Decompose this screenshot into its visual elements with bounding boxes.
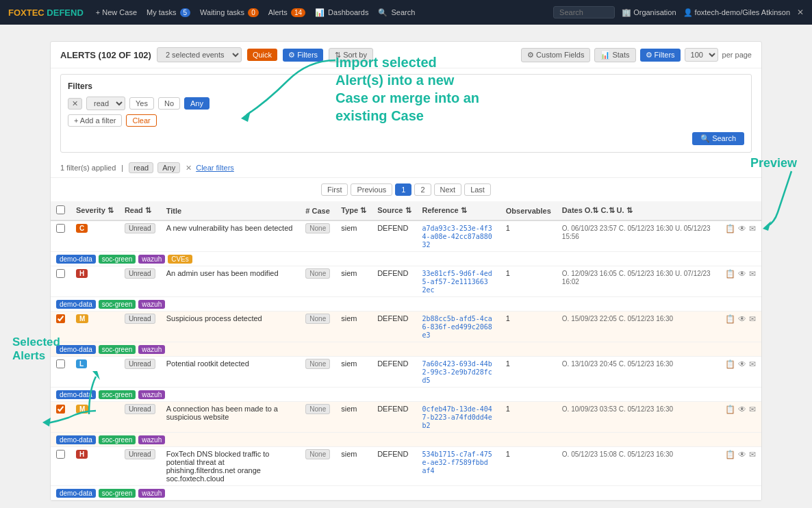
tags-row: demo-datasoc-greenwazuh: [51, 433, 761, 447]
tag-badge[interactable]: demo-data: [56, 390, 96, 399]
per-page-select[interactable]: 100: [685, 48, 718, 62]
alerts-nav[interactable]: Alerts 14: [268, 8, 305, 16]
active-filters-button[interactable]: ⚙ Filters: [640, 49, 681, 62]
user-label[interactable]: 👤 foxtech-demo/Giles Atkinson: [683, 8, 790, 17]
tag-badge[interactable]: wazuh: [138, 345, 165, 354]
case-header[interactable]: # Case: [300, 201, 335, 220]
case-badge: None: [305, 359, 330, 369]
edit-icon[interactable]: 📋: [725, 405, 735, 414]
row-checkbox[interactable]: [56, 450, 65, 459]
case-cell: None: [300, 266, 335, 297]
filter-remove-button[interactable]: ✕: [68, 98, 82, 110]
select-all-header[interactable]: [51, 201, 71, 220]
tag-badge[interactable]: soc-green: [99, 345, 136, 354]
tag-badge[interactable]: wazuh: [138, 255, 165, 264]
row-checkbox[interactable]: [56, 314, 65, 323]
search-nav[interactable]: 🔍 Search: [378, 8, 415, 17]
mail-icon[interactable]: ✉: [749, 405, 756, 414]
case-cell: None: [300, 357, 335, 388]
view-icon[interactable]: 👁: [738, 405, 746, 414]
filter-yes-button[interactable]: Yes: [129, 97, 154, 110]
select-all-checkbox[interactable]: [56, 205, 65, 214]
mail-icon[interactable]: ✉: [749, 269, 756, 279]
row-checkbox-cell[interactable]: [51, 220, 71, 252]
dates-header[interactable]: Dates O.⇅ C.⇅ U. ⇅: [557, 201, 720, 220]
last-page-button[interactable]: Last: [464, 183, 491, 196]
read-header[interactable]: Read ⇅: [119, 201, 161, 220]
row-checkbox-cell[interactable]: [51, 402, 71, 433]
clear-filter-button[interactable]: Clear: [126, 114, 156, 127]
view-icon[interactable]: 👁: [738, 359, 746, 369]
mail-icon[interactable]: ✉: [749, 450, 756, 459]
row-checkbox[interactable]: [56, 269, 65, 278]
filters-button[interactable]: ⚙ Filters: [283, 49, 323, 62]
tag-badge[interactable]: demo-data: [56, 255, 96, 264]
edit-icon[interactable]: 📋: [725, 269, 735, 279]
tag-badge[interactable]: wazuh: [138, 489, 165, 498]
tag-badge[interactable]: soc-green: [99, 255, 136, 264]
read-cell: Unread: [119, 402, 161, 433]
edit-icon[interactable]: 📋: [725, 314, 735, 324]
tag-badge[interactable]: soc-green: [99, 390, 136, 399]
page-2-button[interactable]: 2: [414, 183, 431, 196]
tag-badge[interactable]: demo-data: [56, 489, 96, 498]
waiting-tasks-nav[interactable]: Waiting tasks 0: [200, 8, 259, 16]
top-search-input[interactable]: [553, 6, 615, 18]
edit-icon[interactable]: 📋: [725, 359, 735, 369]
row-checkbox-cell[interactable]: [51, 266, 71, 297]
filter-value-select[interactable]: read: [86, 97, 125, 110]
tag-badge[interactable]: demo-data: [56, 435, 96, 444]
title-header[interactable]: Title: [161, 201, 301, 220]
edit-icon[interactable]: 📋: [725, 450, 735, 459]
unread-badge: Unread: [125, 359, 155, 369]
tags-row: demo-datasoc-greenwazuh: [51, 342, 761, 357]
first-page-button[interactable]: First: [321, 183, 348, 196]
previous-page-button[interactable]: Previous: [351, 183, 392, 196]
view-icon[interactable]: 👁: [738, 224, 746, 233]
mail-icon[interactable]: ✉: [749, 359, 756, 369]
custom-fields-button[interactable]: ⚙ Custom Fields: [521, 48, 590, 62]
organisation-label[interactable]: 🏢 Organisation: [622, 8, 676, 17]
edit-icon[interactable]: 📋: [725, 224, 735, 233]
row-checkbox[interactable]: [56, 405, 65, 414]
tags-row: demo-datasoc-greenwazuhCVEs: [51, 252, 761, 266]
severity-header[interactable]: Severity ⇅: [71, 201, 119, 220]
tag-badge[interactable]: demo-data: [56, 300, 96, 309]
dashboards-nav[interactable]: 📊 Dashboards: [315, 8, 368, 17]
tag-badge[interactable]: soc-green: [99, 435, 136, 444]
severity-badge: L: [76, 359, 87, 368]
view-icon[interactable]: 👁: [738, 450, 746, 459]
quick-button[interactable]: Quick: [247, 49, 277, 61]
tag-badge[interactable]: wazuh: [138, 390, 165, 399]
row-checkbox-cell[interactable]: [51, 447, 71, 486]
tag-badge[interactable]: CVEs: [168, 255, 192, 264]
reference-header[interactable]: Reference ⇅: [417, 201, 500, 220]
tag-badge[interactable]: soc-green: [99, 300, 136, 309]
tag-badge[interactable]: wazuh: [138, 435, 165, 444]
tag-badge[interactable]: demo-data: [56, 345, 96, 354]
source-header[interactable]: Source ⇅: [372, 201, 416, 220]
new-case-nav[interactable]: + New Case: [96, 8, 137, 16]
row-checkbox[interactable]: [56, 224, 65, 233]
type-header[interactable]: Type ⇅: [335, 201, 372, 220]
add-filter-button[interactable]: + Add a filter: [68, 114, 122, 127]
page-1-button[interactable]: 1: [395, 183, 411, 196]
mail-icon[interactable]: ✉: [749, 314, 756, 324]
date-text: O. 15/09/23 22:05 C. 05/12/23 16:30: [562, 315, 673, 322]
clear-filters-link[interactable]: Clear filters: [196, 164, 234, 172]
search-button[interactable]: 🔍 Search: [692, 132, 744, 145]
view-icon[interactable]: 👁: [738, 269, 746, 279]
stats-button[interactable]: 📊 Stats: [594, 48, 635, 62]
tag-badge[interactable]: wazuh: [138, 300, 165, 309]
filter-tag-remove[interactable]: ✕: [186, 164, 192, 173]
filter-any-button[interactable]: Any: [184, 97, 210, 110]
events-dropdown[interactable]: 2 selected events: [157, 47, 242, 62]
tag-badge[interactable]: soc-green: [99, 489, 136, 498]
type-cell: siem: [335, 312, 372, 342]
mail-icon[interactable]: ✉: [749, 224, 756, 233]
filter-no-button[interactable]: No: [158, 97, 180, 110]
view-icon[interactable]: 👁: [738, 314, 746, 324]
next-page-button[interactable]: Next: [434, 183, 462, 196]
close-icon[interactable]: ✕: [797, 8, 804, 17]
my-tasks-nav[interactable]: My tasks 5: [147, 8, 190, 16]
